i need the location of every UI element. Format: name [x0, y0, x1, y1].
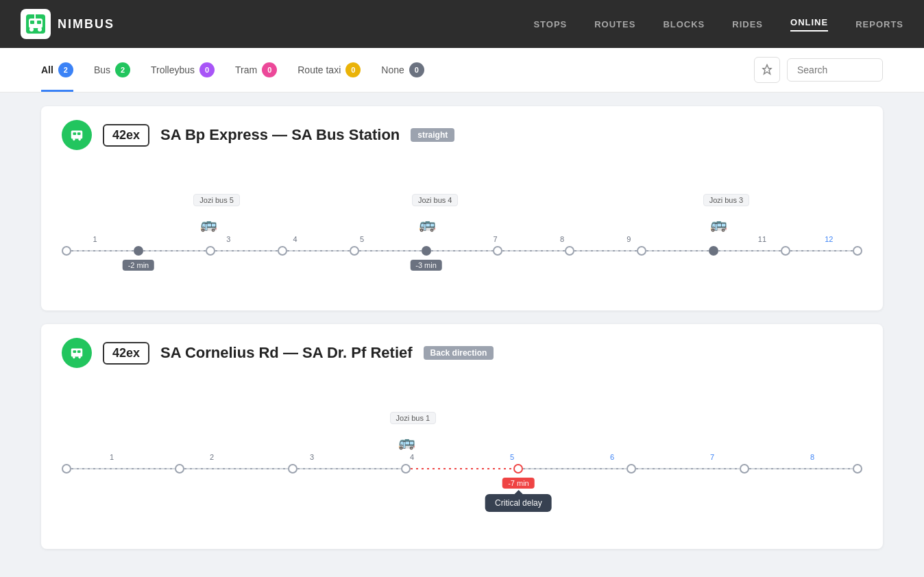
stop-circle-11 [781, 246, 790, 256]
stop-circle-6-active: -3 min [422, 246, 431, 256]
tab-trolleybus-label: Trolleybus [151, 64, 195, 75]
bus-icon-3: 🚌 [710, 216, 727, 232]
route-2-tag: Back direction [424, 346, 494, 360]
tab-none[interactable]: None 0 [381, 48, 424, 92]
connector [143, 250, 206, 251]
tab-trolleybus[interactable]: Trolleybus 0 [151, 48, 215, 92]
stop-num-11: 11 [729, 235, 795, 243]
route-card-2: 42ex SA Cornelius Rd — SA Dr. Pf Retief … [41, 324, 883, 549]
r2-circle-8 [853, 464, 862, 474]
logo: NIMBUS [21, 9, 114, 39]
svg-rect-12 [71, 349, 83, 357]
connector [184, 468, 288, 469]
bus-icon-1: 🚌 [398, 434, 415, 450]
svg-rect-10 [73, 132, 77, 135]
connector [718, 250, 781, 251]
time-badge-critical: -7 min [502, 478, 535, 489]
connector [574, 250, 637, 251]
tab-tram-label: Tram [235, 64, 257, 75]
connector [215, 250, 278, 251]
nav-rides[interactable]: RIDES [732, 19, 763, 29]
svg-rect-16 [77, 350, 81, 353]
route-2-bus-icon [62, 338, 92, 368]
tab-routetaxi-label: Route taxi [297, 64, 341, 75]
svg-point-9 [79, 138, 81, 140]
stop-circle-10-active [709, 246, 718, 256]
critical-connector [411, 468, 514, 469]
tabs-actions [754, 57, 883, 83]
bus-icon-5: 🚌 [200, 216, 217, 232]
bus-label-1: Jozi bus 1 [390, 412, 437, 424]
tab-bus[interactable]: Bus 2 [94, 48, 130, 92]
svg-point-14 [79, 356, 81, 358]
svg-rect-4 [34, 14, 36, 19]
tab-all-label: All [41, 64, 53, 75]
r2-stop-6: 6 [562, 453, 662, 461]
header: NIMBUS STOPS ROUTES BLOCKS RIDES ONLINE … [0, 0, 924, 48]
svg-rect-11 [77, 132, 81, 135]
stop-num-4: 4 [262, 235, 328, 243]
nav-routes[interactable]: ROUTES [594, 19, 635, 29]
bus-label-4: Jozi bus 4 [412, 194, 459, 206]
stop-num-3: 3 [195, 235, 262, 243]
route-2-number: 42ex [103, 342, 149, 365]
tab-none-label: None [381, 64, 404, 75]
search-input[interactable] [787, 58, 883, 82]
stop-circle-9 [637, 246, 646, 256]
filter-tabs: All 2 Bus 2 Trolleybus 0 Tram 0 Route ta… [41, 48, 754, 92]
stop-circle-8 [565, 246, 574, 256]
tab-routetaxi[interactable]: Route taxi 0 [297, 48, 361, 92]
tab-routetaxi-badge: 0 [345, 62, 361, 77]
tab-all[interactable]: All 2 [41, 48, 73, 92]
svg-point-8 [73, 138, 75, 140]
nav-reports[interactable]: REPORTS [855, 19, 903, 29]
r2-circle-1 [62, 464, 71, 474]
nav-stops[interactable]: STOPS [533, 19, 567, 29]
r2-circle-2 [175, 464, 184, 474]
pin-button[interactable] [754, 57, 780, 83]
connector [359, 250, 422, 251]
connector [646, 250, 709, 251]
connector [749, 468, 853, 469]
stop-circle-5 [350, 246, 359, 256]
r2-circle-3 [288, 464, 297, 474]
stop-circle-2-active: -2 min [134, 246, 143, 256]
stop-num-8: 8 [528, 235, 595, 243]
tab-tram-badge: 0 [262, 62, 277, 77]
tab-bus-badge: 2 [115, 62, 130, 77]
svg-rect-5 [30, 21, 34, 24]
r2-stop-7: 7 [662, 453, 762, 461]
stop-circle-4 [278, 246, 287, 256]
stop-circle-7 [493, 246, 502, 256]
connector [287, 250, 350, 251]
logo-text: NIMBUS [58, 17, 114, 32]
route-1-header: 42ex SA Bp Express — SA Bus Station stra… [62, 120, 862, 150]
r2-stop-8: 8 [762, 453, 862, 461]
stop-num-9: 9 [596, 235, 662, 243]
tab-tram[interactable]: Tram 0 [235, 48, 277, 92]
route2-stops-line: -7 min Critical delay [62, 464, 862, 474]
connector [636, 468, 740, 469]
svg-point-13 [73, 356, 75, 358]
route-2-name: SA Cornelius Rd — SA Dr. Pf Retief [160, 344, 413, 362]
connector [71, 468, 175, 469]
bus-icon-4: 🚌 [419, 216, 436, 232]
connector [297, 468, 401, 469]
connector [431, 250, 494, 251]
connector [71, 250, 134, 251]
route-1-tag: straight [411, 128, 454, 142]
nav-online[interactable]: ONLINE [790, 17, 828, 32]
r2-stop-1: 1 [62, 453, 162, 461]
stop-circle-1 [62, 246, 71, 256]
tab-all-badge: 2 [58, 62, 73, 77]
route-2-header: 42ex SA Cornelius Rd — SA Dr. Pf Retief … [62, 338, 862, 368]
tab-trolleybus-badge: 0 [199, 62, 215, 77]
tooltip-arrow [514, 490, 522, 494]
route-1-bus-icon [62, 120, 92, 150]
nav-blocks[interactable]: BLOCKS [663, 19, 705, 29]
connector [790, 250, 853, 251]
svg-point-3 [38, 27, 42, 32]
main-content: 42ex SA Bp Express — SA Bus Station stra… [0, 93, 924, 577]
svg-point-2 [29, 27, 34, 32]
r2-circle-7 [740, 464, 749, 474]
